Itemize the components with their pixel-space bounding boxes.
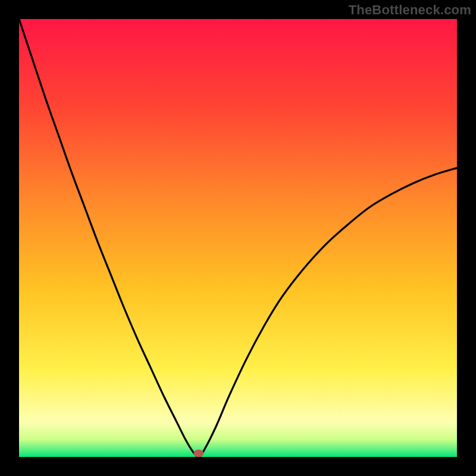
chart-svg (19, 19, 457, 457)
optimal-point-marker (194, 450, 203, 457)
chart-frame: TheBottleneck.com (0, 0, 476, 476)
gradient-background (19, 19, 457, 457)
plot-area (19, 19, 457, 457)
watermark-text: TheBottleneck.com (349, 2, 471, 18)
